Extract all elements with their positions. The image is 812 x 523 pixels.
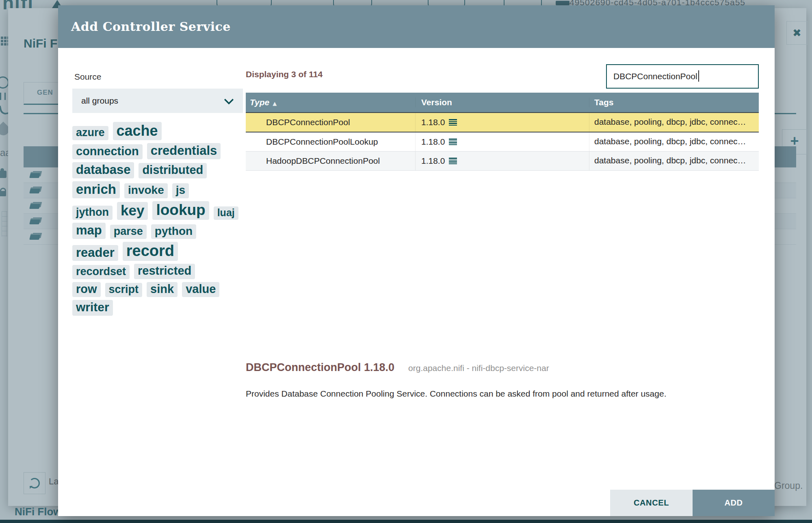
tag-filter-python[interactable]: python xyxy=(151,224,196,239)
service-tags-cell: database, pooling, dbcp, jdbc, connec… xyxy=(589,152,759,170)
tag-filter-record[interactable]: record xyxy=(123,242,178,261)
version-list-icon xyxy=(449,119,457,126)
tag-cloud-line: jythonkeylookupluaj xyxy=(72,201,255,220)
tag-filter-reader[interactable]: reader xyxy=(72,245,118,261)
results-table-header: Type▲ Version Tags xyxy=(246,93,759,112)
service-type-cell: DBCPConnectionPoolLookup xyxy=(246,132,415,151)
tag-filter-credentials[interactable]: credentials xyxy=(147,143,221,159)
tag-cloud-line: enrichinvokejs xyxy=(72,181,255,198)
service-tags-cell: database, pooling, dbcp, jdbc, connec… xyxy=(589,132,759,151)
dialog-header: Add Controller Service xyxy=(58,5,775,48)
tag-filter-sink[interactable]: sink xyxy=(147,282,178,297)
filter-input[interactable]: DBCPConnectionPool xyxy=(606,64,759,89)
version-list-icon xyxy=(449,139,457,145)
tag-cloud-line: connectioncredentials xyxy=(72,143,255,159)
tag-filter-key[interactable]: key xyxy=(117,202,148,220)
tag-cloud-line: mapparsepython xyxy=(72,223,255,239)
tag-cloud-line: recordsetrestricted xyxy=(72,264,255,279)
add-controller-service-dialog: Add Controller Service Source all groups… xyxy=(58,5,775,516)
tag-filter-row[interactable]: row xyxy=(72,282,101,297)
results-table-body: DBCPConnectionPool 1.18.0 database, pool… xyxy=(246,112,759,171)
service-version-cell: 1.18.0 xyxy=(415,132,589,151)
tag-cloud-line: writer xyxy=(72,300,255,316)
tag-cloud-line: readerrecord xyxy=(72,242,255,261)
tag-filter-distributed[interactable]: distributed xyxy=(139,163,207,178)
tag-cloud-line: rowscriptsinkvalue xyxy=(72,282,255,297)
service-results-table: Type▲ Version Tags DBCPConnectionPool 1.… xyxy=(246,93,759,171)
service-type-cell: DBCPConnectionPool xyxy=(246,113,415,132)
column-header-version[interactable]: Version xyxy=(415,98,589,107)
tag-filter-connection[interactable]: connection xyxy=(72,144,143,159)
tag-filter-enrich[interactable]: enrich xyxy=(72,181,120,198)
tag-filter-map[interactable]: map xyxy=(72,223,106,239)
status-bar-strip xyxy=(0,520,812,523)
dialog-title: Add Controller Service xyxy=(71,5,231,48)
tag-cloud: azurecacheconnectioncredentialsdatabased… xyxy=(72,122,255,319)
tag-filter-lookup[interactable]: lookup xyxy=(152,201,209,220)
column-header-type[interactable]: Type▲ xyxy=(246,98,415,107)
version-list-icon xyxy=(449,158,457,164)
tag-filter-invoke[interactable]: invoke xyxy=(124,183,168,198)
table-row[interactable]: HadoopDBCPConnectionPool 1.18.0 database… xyxy=(246,152,759,171)
source-dropdown[interactable]: all groups xyxy=(72,89,243,113)
tag-filter-restricted[interactable]: restricted xyxy=(134,264,195,279)
selected-service-title: DBCPConnectionPool 1.18.0 xyxy=(246,361,394,374)
tag-cloud-line: databasedistributed xyxy=(72,162,255,178)
selected-service-description: Provides Database Connection Pooling Ser… xyxy=(246,389,758,399)
tag-filter-azure[interactable]: azure xyxy=(72,126,108,140)
screen: nifi 49502690-cd45-4d05-a701-1b4ccc575a5… xyxy=(0,0,812,523)
tag-filter-value[interactable]: value xyxy=(182,282,219,297)
tag-filter-luaj[interactable]: luaj xyxy=(214,206,238,220)
result-count-text: Displaying 3 of 114 xyxy=(246,69,323,79)
tag-filter-recordset[interactable]: recordset xyxy=(72,265,130,279)
text-caret xyxy=(698,70,699,82)
add-button[interactable]: ADD xyxy=(693,490,775,516)
service-version-cell: 1.18.0 xyxy=(415,152,589,170)
cancel-button[interactable]: CANCEL xyxy=(610,490,693,516)
selected-service-detail: DBCPConnectionPool 1.18.0 org.apache.nif… xyxy=(246,361,549,374)
service-version-cell: 1.18.0 xyxy=(415,113,589,132)
tag-filter-database[interactable]: database xyxy=(72,162,134,178)
source-label: Source xyxy=(74,72,102,82)
tag-filter-script[interactable]: script xyxy=(105,283,143,297)
chevron-down-icon xyxy=(224,95,234,104)
service-tags-cell: database, pooling, dbcp, jdbc, connec… xyxy=(589,113,759,132)
tag-filter-jython[interactable]: jython xyxy=(72,206,113,220)
service-type-cell: HadoopDBCPConnectionPool xyxy=(246,152,415,170)
tag-filter-writer[interactable]: writer xyxy=(72,300,113,316)
tag-cloud-line: azurecache xyxy=(72,122,255,140)
table-row[interactable]: DBCPConnectionPool 1.18.0 database, pool… xyxy=(246,112,759,132)
tag-filter-cache[interactable]: cache xyxy=(113,122,162,140)
table-row[interactable]: DBCPConnectionPoolLookup 1.18.0 database… xyxy=(246,132,759,152)
selected-service-bundle: org.apache.nifi - nifi-dbcp-service-nar xyxy=(408,363,549,373)
filter-input-value: DBCPConnectionPool xyxy=(613,65,699,88)
source-dropdown-value: all groups xyxy=(81,89,118,113)
column-header-tags[interactable]: Tags xyxy=(589,98,759,107)
tag-filter-parse[interactable]: parse xyxy=(110,225,147,239)
sort-ascending-icon: ▲ xyxy=(273,100,277,106)
tag-filter-js[interactable]: js xyxy=(172,183,189,198)
